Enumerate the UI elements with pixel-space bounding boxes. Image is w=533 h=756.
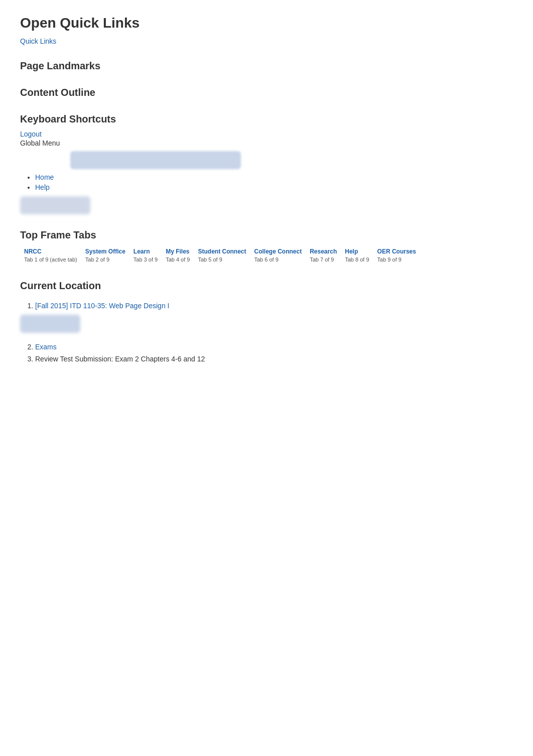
page-landmarks-heading: Page Landmarks	[20, 60, 513, 72]
global-menu-label: Global Menu	[20, 139, 513, 147]
tab-research-name: Research	[310, 248, 337, 256]
quick-links-section: Quick Links	[20, 37, 513, 45]
tab-student-connect[interactable]: Student Connect Tab 5 of 9	[194, 246, 250, 265]
tab-my-files-name: My Files	[166, 248, 189, 256]
tab-learn[interactable]: Learn Tab 3 of 9	[129, 246, 162, 265]
location-item-1: [Fall 2015] ITD 110-35: Web Page Design …	[35, 302, 513, 310]
content-outline-section: Content Outline	[20, 87, 513, 98]
location-item-2: Exams	[35, 343, 513, 351]
exams-link[interactable]: Exams	[35, 343, 57, 351]
user-header-blurred	[70, 151, 241, 169]
location-item-3: Review Test Submission: Exam 2 Chapters …	[35, 355, 513, 363]
tab-college-connect[interactable]: College Connect Tab 6 of 9	[250, 246, 306, 265]
current-location-section: Current Location [Fall 2015] ITD 110-35:…	[20, 280, 513, 363]
help-link[interactable]: Help	[35, 183, 50, 191]
global-menu-list: Home Help	[20, 173, 513, 191]
tab-research-meta: Tab 7 of 9	[310, 256, 334, 263]
page-title: Open Quick Links	[20, 15, 513, 31]
tab-system-office[interactable]: System Office Tab 2 of 9	[81, 246, 129, 265]
tab-student-connect-name: Student Connect	[198, 248, 246, 256]
logout-link[interactable]: Logout	[20, 130, 513, 138]
blurred-box-1	[20, 196, 90, 214]
location-list: [Fall 2015] ITD 110-35: Web Page Design …	[20, 302, 513, 310]
review-test-text: Review Test Submission: Exam 2 Chapters …	[35, 355, 205, 363]
tab-college-connect-name: College Connect	[254, 248, 302, 256]
tab-nrcc[interactable]: NRCC Tab 1 of 9 (active tab)	[20, 246, 81, 265]
tab-nrcc-meta: Tab 1 of 9 (active tab)	[24, 256, 77, 263]
course-link[interactable]: [Fall 2015] ITD 110-35: Web Page Design …	[35, 302, 169, 310]
current-location-heading: Current Location	[20, 280, 513, 292]
quick-links-link[interactable]: Quick Links	[20, 37, 56, 45]
keyboard-shortcuts-heading: Keyboard Shortcuts	[20, 113, 513, 125]
menu-item-home[interactable]: Home	[35, 173, 513, 181]
content-outline-heading: Content Outline	[20, 87, 513, 98]
menu-item-help[interactable]: Help	[35, 183, 513, 191]
tab-oer-courses[interactable]: OER Courses Tab 9 of 9	[373, 246, 420, 265]
tab-oer-courses-name: OER Courses	[377, 248, 416, 256]
tab-my-files-meta: Tab 4 of 9	[166, 256, 190, 263]
tab-oer-courses-meta: Tab 9 of 9	[377, 256, 402, 263]
blurred-box-2	[20, 315, 80, 333]
tab-nrcc-name: NRCC	[24, 248, 42, 256]
tab-help[interactable]: Help Tab 8 of 9	[341, 246, 373, 265]
tab-help-name: Help	[345, 248, 358, 256]
tab-college-connect-meta: Tab 6 of 9	[254, 256, 278, 263]
page-landmarks-section: Page Landmarks	[20, 60, 513, 72]
keyboard-shortcuts-section: Keyboard Shortcuts Logout Global Menu Ho…	[20, 113, 513, 214]
tab-research[interactable]: Research Tab 7 of 9	[306, 246, 341, 265]
tabs-container: NRCC Tab 1 of 9 (active tab) System Offi…	[20, 246, 513, 265]
tab-system-office-name: System Office	[85, 248, 125, 256]
tab-student-connect-meta: Tab 5 of 9	[198, 256, 222, 263]
tab-my-files[interactable]: My Files Tab 4 of 9	[162, 246, 194, 265]
location-list-2: Exams Review Test Submission: Exam 2 Cha…	[20, 343, 513, 363]
tab-learn-meta: Tab 3 of 9	[134, 256, 158, 263]
home-link[interactable]: Home	[35, 173, 54, 181]
tab-help-meta: Tab 8 of 9	[345, 256, 369, 263]
tab-learn-name: Learn	[134, 248, 150, 256]
tab-system-office-meta: Tab 2 of 9	[85, 256, 109, 263]
top-frame-tabs-section: Top Frame Tabs NRCC Tab 1 of 9 (active t…	[20, 229, 513, 265]
top-frame-tabs-heading: Top Frame Tabs	[20, 229, 513, 241]
